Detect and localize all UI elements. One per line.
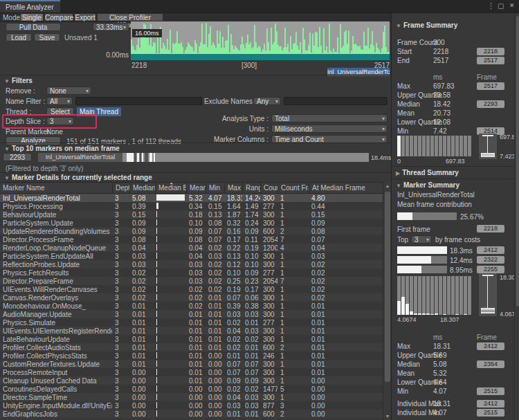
table-cell: 300 <box>260 310 277 318</box>
top10-segment[interactable] <box>142 153 143 162</box>
goto-frame-button[interactable]: 2517 <box>477 82 504 90</box>
top10-segment[interactable] <box>145 153 149 162</box>
analysis-type-dropdown[interactable]: Total▾ <box>271 114 388 122</box>
goto-frame-button[interactable]: 2515 <box>477 387 504 395</box>
name-filter-input[interactable] <box>75 97 202 105</box>
column-header-median-bar[interactable]: Median Bar▲ <box>155 183 186 193</box>
table-row[interactable]: ProcessRemoteInput30.000.010.000.070.073… <box>0 368 383 376</box>
top10-header[interactable]: ▼Top 10 markers on median frame <box>4 145 120 152</box>
table-row[interactable]: RenderLoop.CleanupNodeQueue30.040.040.02… <box>0 244 383 252</box>
table-row[interactable]: CustomRenderTextures.Update30.010.010.00… <box>0 360 383 368</box>
column-header-count[interactable]: Count <box>260 183 277 193</box>
frame-time-dropdown[interactable]: 33.33ms▾ <box>93 23 129 31</box>
column-header-min[interactable]: Min <box>206 183 224 193</box>
table-row[interactable]: Profiler.CollectAudioStats30.010.010.010… <box>0 343 383 351</box>
table-row[interactable]: ParticleSystem.EndUpdateAll30.030.040.03… <box>0 252 383 260</box>
exclude-names-input[interactable] <box>284 97 388 105</box>
table-row[interactable]: ReflectionProbes.Update30.030.030.020.12… <box>0 260 383 268</box>
table-row[interactable]: Physics.Simulate30.010.010.010.020.01277… <box>0 318 383 327</box>
marker-summary-header[interactable]: ▼Marker Summary <box>396 181 459 189</box>
goto-frame-button[interactable]: 2255 <box>477 266 504 273</box>
goto-frame-button[interactable]: 2515 <box>477 409 504 417</box>
thread-summary-header[interactable]: ▶Thread Summary <box>396 169 459 176</box>
table-row[interactable]: Monobehaviour.OnMouse_30.010.020.010.390… <box>0 302 383 310</box>
column-header-at-median-frame[interactable]: At Median Frame <box>309 183 383 193</box>
goto-frame-button[interactable]: 2412 <box>477 343 504 350</box>
column-header-mean[interactable]: Mean <box>186 183 206 193</box>
pull-data-button[interactable]: Pull Data <box>6 23 61 31</box>
column-header-depth[interactable]: Depth <box>112 183 129 193</box>
table-row[interactable]: Physics.FetchResults30.020.030.020.100.0… <box>0 268 383 277</box>
table-row[interactable]: Director.PrepareFrame30.020.030.020.250.… <box>0 277 383 285</box>
load-button[interactable]: Load <box>6 33 32 42</box>
table-cell: 0.03 <box>186 260 206 268</box>
column-header-range[interactable]: Range <box>242 183 260 193</box>
table-row[interactable]: Cleanup Unused Cached Data30.000.010.000… <box>0 376 383 385</box>
top-cost-row: 8.95ms2255 <box>392 265 519 275</box>
table-cell: 600 <box>260 410 277 418</box>
column-header-count-frame[interactable]: Count Frame <box>277 183 309 193</box>
column-header-max[interactable]: Max <box>224 183 242 193</box>
table-row[interactable]: Director.ProcessFrame30.080.080.070.170.… <box>0 235 383 244</box>
column-header-marker-name[interactable]: Marker Name <box>0 183 112 193</box>
top10-segment[interactable] <box>127 153 134 162</box>
table-row[interactable]: ParticleSystem.Update30.090.100.080.320.… <box>0 219 383 227</box>
table-row[interactable]: Inl_UniversalRenderTotal35.085.324.0718.… <box>0 194 383 202</box>
tab-profile-analyzer[interactable]: Profile Analyzer <box>0 0 60 12</box>
goto-frame-button[interactable]: 2412 <box>477 246 504 254</box>
close-icon[interactable]: ✕ <box>509 2 515 9</box>
mode-button-export[interactable]: Export <box>74 13 96 21</box>
mode-button-single[interactable]: Single <box>20 13 44 21</box>
histogram-slot <box>435 276 438 315</box>
top10-frame-button[interactable]: 2293 <box>3 153 32 161</box>
table-row[interactable]: Canvas.RenderOverlays30.020.020.010.070.… <box>0 293 383 302</box>
table-row[interactable]: BehaviourUpdate30.150.180.131.871.743001… <box>0 210 383 219</box>
top10-segment[interactable] <box>134 153 136 162</box>
panel-scrollbar[interactable] <box>514 13 519 420</box>
depth-slice-dropdown[interactable]: 3▾ <box>46 117 74 125</box>
goto-frame-button[interactable]: 2517 <box>477 57 504 64</box>
table-row[interactable]: AudioManager.Update30.010.010.010.030.03… <box>0 310 383 318</box>
mode-button-compare[interactable]: Compare <box>44 13 73 21</box>
frame-time-chart[interactable] <box>131 21 390 60</box>
marker-details-header[interactable]: ▼Marker Details for currently selected r… <box>4 174 152 181</box>
top-n-dropdown[interactable]: 3▾ <box>411 235 432 244</box>
top10-marker-bar[interactable]: Inl_UniversalRenderTotal <box>38 153 369 162</box>
mode-button-close-profiler-window[interactable]: Close Profiler Window <box>97 13 163 21</box>
table-row[interactable]: CoroutinesDelayedCalls30.000.000.000.020… <box>0 385 383 393</box>
scrollbar-thumb[interactable] <box>516 16 519 307</box>
table-row[interactable]: UpdateRendererBoundingVolumes30.090.090.… <box>0 227 383 235</box>
goto-frame-button[interactable]: 2293 <box>477 100 504 108</box>
table-row[interactable]: Director.SampleTime30.000.000.000.040.03… <box>0 393 383 401</box>
table-cell: BehaviourUpdate <box>0 210 112 219</box>
histogram-slot <box>397 136 401 156</box>
units-dropdown[interactable]: Milliseconds▾ <box>271 125 388 133</box>
first-frame-button[interactable]: 2218 <box>477 225 504 232</box>
table-row[interactable]: LateBehaviourUpdate30.010.010.010.020.02… <box>0 335 383 343</box>
table-row[interactable]: EndGraphicsJobs30.000.000.000.010.016002… <box>0 410 383 418</box>
name-filter-mode-dropdown[interactable]: All▾ <box>46 97 73 105</box>
filters-header[interactable]: ▼Filters <box>4 77 33 84</box>
scrollbar-thumb[interactable] <box>385 192 390 382</box>
frame-summary-header[interactable]: ▼Frame Summary <box>396 21 457 29</box>
kebab-menu-icon[interactable]: ⋮ <box>487 1 495 10</box>
exclude-mode-dropdown[interactable]: Any▾ <box>253 97 281 105</box>
table-row[interactable]: UIEvents.UIElementsRegisterRenderers30.0… <box>0 327 383 335</box>
top10-main-segment[interactable]: Inl_UniversalRenderTotal <box>38 153 122 162</box>
top10-segment[interactable] <box>137 153 138 162</box>
save-button[interactable]: Save <box>34 33 60 42</box>
top10-segment[interactable] <box>140 153 141 162</box>
goto-frame-button[interactable]: 2218 <box>477 48 504 55</box>
table-row[interactable]: Physics.Processing30.390.340.151.641.492… <box>0 202 383 210</box>
maximize-icon[interactable]: ▢ <box>498 2 504 10</box>
table-row[interactable]: Profiler.CollectPhysicsStats30.010.010.0… <box>0 351 383 360</box>
goto-frame-button[interactable]: 2322 <box>477 256 504 264</box>
column-header-median[interactable]: Median <box>129 183 155 193</box>
goto-frame-button[interactable]: 2412 <box>477 400 504 408</box>
table-row[interactable]: UIEvents.WillRenderCanvases30.020.020.02… <box>0 285 383 293</box>
goto-frame-button[interactable]: 2364 <box>477 360 504 368</box>
top10-segment[interactable] <box>149 153 153 162</box>
remove-dropdown[interactable]: None▾ <box>46 86 91 95</box>
table-row[interactable]: UnityEngine.InputModule.dll!UnityEngineI… <box>0 401 383 410</box>
top10-segment[interactable] <box>154 153 156 162</box>
